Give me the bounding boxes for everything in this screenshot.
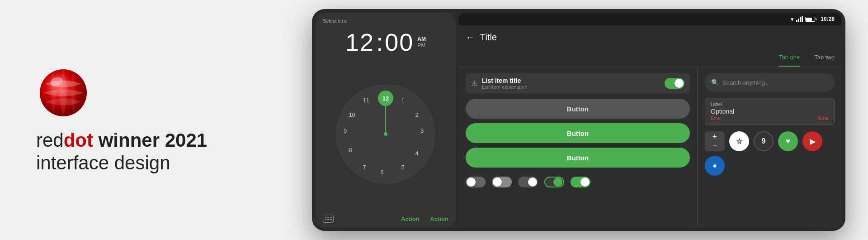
wifi-icon: ▾ (791, 16, 794, 23)
status-bar: ▾ 10:28 (458, 13, 842, 25)
text-field[interactable]: Label Optional Error Error (705, 98, 835, 125)
time-colon: : (376, 28, 383, 56)
award-line2: interface design (36, 152, 207, 174)
clock-number-6[interactable]: 6 (380, 169, 383, 179)
battery-icon (805, 17, 816, 22)
field-error-right: Error (819, 116, 829, 121)
phone-footer: Action Action (316, 210, 456, 227)
button-gray[interactable]: Button (466, 99, 690, 119)
list-item-title: List item title (482, 77, 660, 84)
right-section: Select time 12 : 00 AM PM 12 1 (298, 0, 868, 240)
toggle-on-1[interactable] (544, 177, 564, 187)
device-mockup: Select time 12 : 00 AM PM 12 1 (312, 9, 845, 231)
back-button[interactable]: ← (466, 32, 475, 43)
toggle-off-1[interactable] (466, 177, 486, 187)
circle-icon: ● (712, 162, 717, 170)
toggle-knob-5 (580, 178, 590, 187)
fab-number[interactable]: 9 (754, 131, 774, 151)
app-content: ← Title Tab one Tab two (458, 25, 842, 227)
fab-number-label: 9 (762, 137, 766, 145)
clock-number-4[interactable]: 4 (415, 150, 430, 156)
fab-plus-minus[interactable]: + − (705, 131, 725, 151)
clock-number-2[interactable]: 2 (415, 111, 430, 118)
search-icon: 🔍 (711, 79, 719, 86)
toggle-on-2[interactable] (571, 177, 590, 187)
ampm-selector[interactable]: AM PM (417, 36, 426, 48)
action-buttons: Action Action (401, 216, 448, 222)
clock-number-5[interactable]: 5 (401, 164, 420, 171)
clock-number-10[interactable]: 10 (349, 111, 355, 118)
tablet-panel: ▾ 10:28 (458, 13, 842, 227)
toggle-off-2[interactable] (492, 177, 512, 187)
app-title: Title (480, 32, 835, 43)
fabs-row: + − ☆ 9 (705, 131, 835, 176)
tab-one[interactable]: Tab one (779, 48, 800, 67)
tab-two[interactable]: Tab two (814, 48, 835, 67)
clock-number-1[interactable]: 1 (401, 97, 420, 104)
minus-icon: − (712, 142, 717, 150)
keyboard-icon[interactable] (323, 215, 334, 223)
toggle-list-item[interactable] (665, 78, 684, 89)
left-section: reddot winner 2021 interface design (0, 0, 298, 240)
toggles-row (466, 173, 690, 191)
buttons-area: Button Button Button (466, 99, 690, 168)
award-line1-prefix: red (36, 130, 64, 151)
time-hours: 12 (345, 28, 374, 56)
clock-face-container: 12 1 2 3 4 5 6 7 8 (316, 58, 456, 210)
field-value: Optional (711, 108, 829, 115)
toggle-knob (675, 79, 684, 88)
list-item-row: ⚠ List item title List item explanation (466, 73, 690, 93)
toggle-knob-3 (528, 178, 537, 187)
award-text: reddot winner 2021 interface design (36, 129, 207, 175)
minute-hand (385, 100, 386, 134)
action-button-2[interactable]: Action (430, 216, 448, 222)
pm-label: PM (417, 42, 426, 48)
list-item-subtitle: List item explanation (482, 84, 660, 90)
fab-star[interactable]: ☆ (729, 131, 749, 151)
list-item-text: List item title List item explanation (482, 77, 660, 90)
search-bar[interactable]: 🔍 Search anything... (705, 73, 835, 91)
field-errors: Error Error (711, 116, 829, 121)
clock-number-7[interactable]: 7 (363, 164, 366, 171)
right-column: 🔍 Search anything... Label Optional Erro… (697, 67, 842, 227)
clock-number-9[interactable]: 9 (344, 127, 347, 134)
tabs-bar: Tab one Tab two (458, 49, 842, 67)
reddot-logo (36, 66, 90, 120)
fab-play[interactable]: ▶ (802, 131, 822, 151)
clock-center (384, 132, 387, 136)
fab-blue[interactable]: ● (705, 156, 725, 176)
signal-icon (796, 16, 803, 22)
award-line1-suffix: winner 2021 (93, 130, 207, 151)
play-icon: ▶ (810, 137, 815, 146)
am-label: AM (417, 36, 426, 42)
star-icon: ☆ (736, 137, 742, 146)
app-bar: ← Title (458, 25, 842, 49)
clock-face[interactable]: 12 1 2 3 4 5 6 7 8 (336, 84, 435, 184)
plus-icon: + (712, 133, 717, 141)
main-layout: ⚠ List item title List item explanation (458, 67, 842, 227)
action-button-1[interactable]: Action (401, 216, 419, 222)
toggle-knob-2 (493, 178, 502, 187)
time-minutes: 00 (385, 28, 414, 56)
fab-location[interactable]: ♥ (778, 131, 798, 151)
status-time: 10:28 (821, 16, 835, 22)
location-icon: ♥ (786, 137, 790, 145)
button-green-1[interactable]: Button (466, 123, 690, 143)
button-green-2[interactable]: Button (466, 148, 690, 168)
left-column: ⚠ List item title List item explanation (458, 67, 697, 227)
list-item-icon: ⚠ (471, 79, 477, 88)
time-display: 12 : 00 AM PM (316, 26, 456, 58)
clock-number-8[interactable]: 8 (349, 146, 352, 153)
phone-panel: Select time 12 : 00 AM PM 12 1 (316, 13, 456, 227)
clock-number-11[interactable]: 11 (363, 97, 369, 104)
search-placeholder: Search anything... (722, 79, 770, 86)
field-label: Label (711, 102, 829, 107)
clock-number-3[interactable]: 3 (420, 127, 432, 134)
phone-select-time-label: Select time (316, 13, 456, 26)
toggle-knob-1 (467, 178, 476, 187)
status-icons: ▾ 10:28 (791, 16, 835, 23)
award-line1-red: dot (64, 130, 93, 151)
toggle-knob-4 (553, 178, 562, 187)
toggle-mid[interactable] (518, 177, 538, 187)
field-error-left: Error (711, 116, 721, 121)
